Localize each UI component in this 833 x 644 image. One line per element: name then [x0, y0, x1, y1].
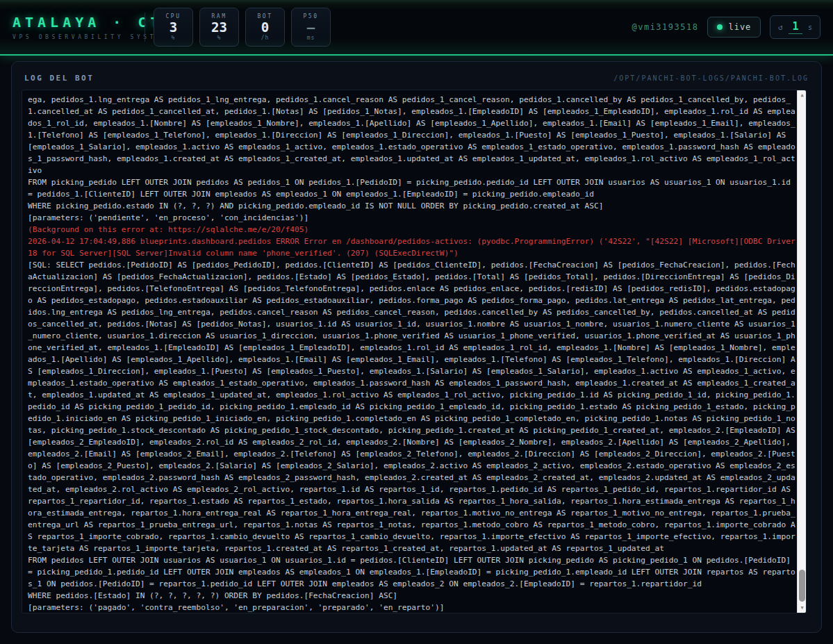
refresh-icon[interactable]: ↺ — [778, 23, 783, 32]
stat-label: P50 — [304, 13, 319, 19]
log-panel: LOG DEL BOT /OPT/PANCHI-BOT-LOGS/PANCHI-… — [11, 61, 822, 633]
live-label: live — [728, 22, 751, 32]
stat-label: BOT — [258, 13, 273, 19]
stat-unit: /h — [261, 35, 270, 41]
stat-card-bot: BOT 0 /h — [245, 8, 285, 47]
live-dot-icon — [717, 24, 723, 30]
stat-card-ram: RAM 23 % — [199, 8, 239, 47]
log-output[interactable]: ega, pedidos_1.lng_entrega AS pedidos_1_… — [22, 90, 797, 613]
stat-card-cpu: CPU 3 % — [154, 8, 193, 47]
log-file-path: /OPT/PANCHI-BOT-LOGS/PANCHI-BOT.LOG — [613, 74, 809, 82]
stat-value: – — [307, 20, 315, 35]
log-entry: ega, pedidos_1.lng_entrega AS pedidos_1_… — [28, 94, 795, 212]
refresh-unit-label: s — [808, 24, 812, 31]
scrollbar-up-arrow-icon[interactable]: ▲ — [798, 90, 807, 100]
app-subtitle: VPS OBSERVABILITY SYSTEM — [13, 34, 139, 40]
log-scrollbar[interactable]: ▲ ▼ — [797, 90, 806, 613]
stats-row: CPU 3 % RAM 23 % BOT 0 /h P50 – ms — [154, 8, 331, 47]
stat-unit: % — [172, 35, 176, 41]
log-entry: [parameters: ('pagado', 'contra_reembols… — [28, 602, 795, 613]
refresh-interval-control[interactable]: ↺ 1 s — [770, 15, 820, 39]
log-panel-header: LOG DEL BOT /OPT/PANCHI-BOT-LOGS/PANCHI-… — [12, 62, 821, 90]
stat-value: 0 — [261, 20, 269, 35]
log-entry: 2026-04-12 17:04:49,886 blueprints.dashb… — [28, 236, 795, 259]
app-title: ATALAYA · CTL — [13, 14, 139, 31]
stat-card-p50: P50 – ms — [291, 8, 331, 47]
stat-label: CPU — [166, 13, 181, 19]
host-label: @vmi3193518 — [632, 22, 698, 32]
log-entry: [parameters: ('pendiente', 'en_proceso',… — [28, 212, 795, 224]
log-entry: (Background on this error at: https://sq… — [28, 224, 795, 236]
stat-unit: % — [217, 35, 222, 41]
scrollbar-thumb[interactable] — [799, 570, 805, 602]
log-panel-title: LOG DEL BOT — [24, 74, 94, 83]
refresh-interval-input[interactable]: 1 — [789, 20, 802, 34]
stat-value: 23 — [211, 20, 227, 35]
stat-label: RAM — [212, 13, 227, 19]
stat-unit: ms — [307, 35, 315, 41]
brand-block: ATALAYA · CTL VPS OBSERVABILITY SYSTEM — [13, 14, 139, 40]
log-viewer: ega, pedidos_1.lng_entrega AS pedidos_1_… — [22, 90, 807, 613]
top-header-bar: ATALAYA · CTL VPS OBSERVABILITY SYSTEM C… — [0, 0, 833, 56]
header-right-group: @vmi3193518 live ↺ 1 s — [632, 15, 820, 39]
header-divider — [145, 13, 145, 42]
stat-value: 3 — [170, 20, 177, 35]
live-toggle-badge[interactable]: live — [707, 17, 761, 38]
log-entry: [SQL: SELECT pedidos.[PedidoID] AS [pedi… — [28, 259, 795, 602]
scrollbar-down-arrow-icon[interactable]: ▼ — [798, 603, 807, 613]
